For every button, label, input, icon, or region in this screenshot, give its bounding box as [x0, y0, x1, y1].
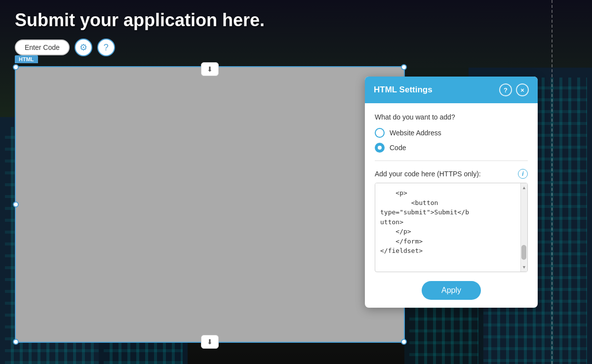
textarea-scrollbar[interactable]: ▲ ▼: [520, 183, 527, 272]
panel-body: What do you want to add? Website Address…: [365, 103, 538, 308]
code-textarea[interactable]: <p> <button type="submit">Submit</b utto…: [375, 183, 527, 270]
widget-embed-button-bottom[interactable]: ⬇: [201, 335, 219, 349]
radio-code-circle[interactable]: [375, 143, 385, 153]
radio-website-address-circle[interactable]: [375, 128, 385, 138]
gear-button[interactable]: ⚙: [75, 39, 92, 56]
scrollbar-up-arrow[interactable]: ▲: [522, 185, 526, 190]
panel-header-icons: ? ×: [499, 83, 529, 96]
enter-code-button[interactable]: Enter Code: [15, 40, 70, 55]
panel-close-button[interactable]: ×: [516, 83, 529, 96]
panel-title: HTML Settings: [374, 85, 433, 95]
scrollbar-thumb[interactable]: [521, 245, 526, 260]
download-icon-bottom: ⬇: [207, 338, 213, 346]
apply-button[interactable]: Apply: [422, 281, 481, 300]
html-widget-label: HTML: [15, 55, 38, 63]
help-icon: ?: [104, 42, 109, 53]
panel-question: What do you want to add?: [375, 113, 528, 121]
html-settings-panel: HTML Settings ? × What do you want to ad…: [365, 77, 538, 308]
scrollbar-down-arrow[interactable]: ▼: [522, 265, 526, 270]
radio-website-address-label: Website Address: [390, 129, 441, 137]
html-widget[interactable]: ⬇ ⬇: [15, 66, 405, 343]
resize-handle-top-left[interactable]: [13, 64, 19, 70]
page-title: Submit your application here.: [15, 10, 577, 31]
resize-handle-middle-left[interactable]: [13, 202, 19, 207]
resize-handle-bottom-left[interactable]: [13, 339, 19, 345]
resize-handle-bottom-right[interactable]: [401, 339, 407, 345]
panel-header: HTML Settings ? ×: [365, 77, 538, 103]
panel-help-button[interactable]: ?: [499, 83, 512, 96]
code-textarea-wrapper: <p> <button type="submit">Submit</b utto…: [375, 183, 528, 272]
panel-divider: [375, 161, 528, 161]
help-button[interactable]: ?: [97, 39, 115, 56]
resize-handle-top-right[interactable]: [401, 64, 407, 70]
html-widget-container: HTML ⬇ ⬇: [15, 66, 405, 343]
code-section-label: Add your code here (HTTPS only):: [375, 170, 481, 178]
top-controls-bar: Enter Code ⚙ ?: [15, 39, 577, 56]
radio-group: Website Address Code: [375, 128, 528, 153]
radio-website-address[interactable]: Website Address: [375, 128, 528, 138]
radio-code[interactable]: Code: [375, 143, 528, 153]
gear-icon: ⚙: [79, 42, 87, 53]
radio-code-label: Code: [390, 144, 406, 152]
download-icon-top: ⬇: [207, 65, 213, 73]
widget-embed-button-top[interactable]: ⬇: [201, 62, 219, 76]
info-button[interactable]: i: [518, 169, 528, 179]
code-label-row: Add your code here (HTTPS only): i: [375, 169, 528, 179]
